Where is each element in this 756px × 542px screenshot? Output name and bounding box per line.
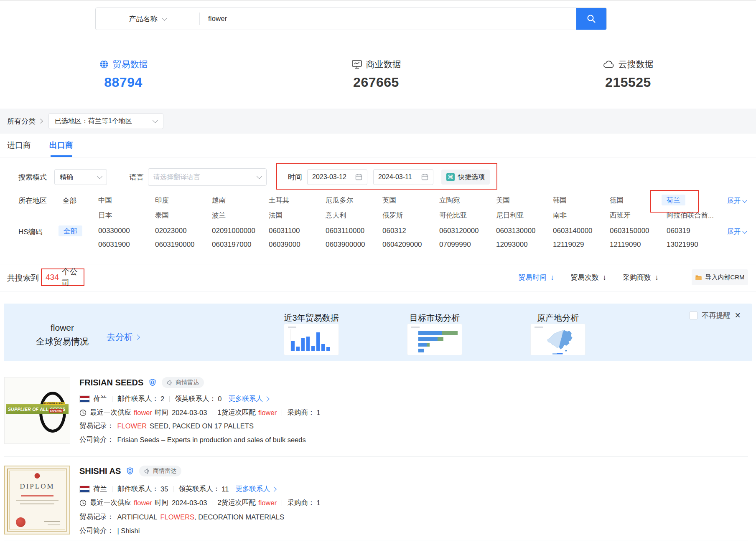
hs-code-option[interactable]: 06031100 <box>269 227 326 235</box>
hs-code-option[interactable]: 0603150000 <box>610 227 667 235</box>
region-all-option[interactable]: 全部 <box>63 196 76 205</box>
hs-code-option[interactable]: 07099990 <box>439 241 496 249</box>
stat-trade-data[interactable]: 贸易数据 88794 <box>69 58 178 90</box>
quick-options-button[interactable]: ⌘ 快捷选项 <box>441 170 490 185</box>
search-button[interactable] <box>576 8 606 30</box>
radar-badge[interactable]: 商情雷达 <box>162 377 204 388</box>
search-category-select[interactable]: 产品名称 <box>96 8 199 30</box>
stat-business-data[interactable]: 商业数据 267665 <box>322 58 430 90</box>
netherlands-flag-icon <box>79 395 90 403</box>
tab-exporter[interactable]: 出口商 <box>49 134 73 157</box>
region-option[interactable]: 哥伦比亚 <box>439 211 496 219</box>
hs-code-option[interactable]: 12119090 <box>610 241 667 249</box>
sort-trade-count[interactable]: 贸易次数 ↓ <box>570 273 606 282</box>
region-option[interactable]: 西班牙 <box>610 211 667 219</box>
region-option[interactable]: 英国 <box>382 196 439 205</box>
region-option[interactable]: 俄罗斯 <box>382 211 439 219</box>
hs-code-option[interactable]: 12093000 <box>496 241 553 249</box>
hs-code-option[interactable]: 060312 <box>382 227 439 235</box>
more-contacts-link[interactable]: 更多联系人 <box>236 484 276 494</box>
hs-code-option[interactable]: 060319 <box>667 227 723 235</box>
hs-code-option[interactable]: 0603197000 <box>212 241 269 249</box>
region-option[interactable]: 尼日利亚 <box>496 211 553 219</box>
region-option[interactable]: 越南 <box>212 196 269 205</box>
region-option[interactable]: 南非 <box>553 211 610 219</box>
hs-code-option[interactable]: 0603120000 <box>439 227 496 235</box>
chevron-right-icon <box>271 486 277 492</box>
more-contacts-link[interactable]: 更多联系人 <box>228 394 269 403</box>
search-input[interactable] <box>200 8 576 30</box>
hs-expand-link[interactable]: 展开 <box>727 228 746 236</box>
import-crm-button[interactable]: 导入内部CRM <box>692 269 748 285</box>
trade-trend-chart-thumbnail[interactable] <box>284 324 339 355</box>
hs-code-option[interactable]: 02091000000 <box>212 227 269 235</box>
hs-code-option[interactable]: 06039000 <box>269 241 326 249</box>
radar-badge[interactable]: 商情雷达 <box>139 466 181 476</box>
region-option[interactable]: 韩国 <box>553 196 610 205</box>
clock-icon <box>79 499 87 507</box>
stat-cloud-data[interactable]: 云搜数据 215525 <box>574 58 682 90</box>
results-count-annotation: 434 个公司 <box>41 268 84 286</box>
megaphone-icon <box>167 380 173 386</box>
origin-map-thumbnail[interactable] <box>530 324 585 355</box>
selected-region-select[interactable]: 已选地区：荷兰等1个地区 <box>48 113 163 129</box>
calendar-icon <box>421 174 428 180</box>
hs-code-option[interactable]: 0604209000 <box>382 241 439 249</box>
hs-code-option[interactable]: 00330000 <box>98 227 155 235</box>
divider <box>0 264 756 264</box>
region-option[interactable]: 立陶宛 <box>439 196 496 205</box>
search-category-label: 产品名称 <box>129 14 158 24</box>
go-analyze-link[interactable]: 去分析 <box>107 331 139 343</box>
sort-buyer-count[interactable]: 采购商数 ↓ <box>623 273 659 282</box>
region-option[interactable]: 法国 <box>269 211 326 219</box>
region-option[interactable]: 印度 <box>155 196 212 205</box>
region-option[interactable]: 阿拉伯联合酋... <box>667 211 723 219</box>
region-option[interactable]: 中国 <box>98 196 155 205</box>
sort-trade-count-label: 贸易次数 <box>570 273 599 282</box>
hs-code-option[interactable]: 12119029 <box>553 241 610 249</box>
hs-code-option[interactable]: 0603140000 <box>553 227 610 235</box>
hs-code-option[interactable]: 13021990 <box>667 241 723 249</box>
hs-code-option[interactable]: 0603190000 <box>155 241 212 249</box>
logo-tag: FLOWER BLEND <box>43 402 65 405</box>
company-card: DIPLOM SHISHI AS 商情雷达 荷兰 <box>0 466 756 542</box>
logo-tag: EXPERTS <box>49 409 63 413</box>
hs-code-option[interactable]: 06031900 <box>98 241 155 249</box>
company-logo[interactable]: DIPLOM <box>4 466 70 534</box>
supply-time-label: 时间 <box>155 498 168 507</box>
region-option[interactable]: 厄瓜多尔 <box>326 196 382 205</box>
search-mode-select[interactable]: 精确 <box>54 169 107 185</box>
region-option-selected[interactable]: 荷兰 <box>667 196 723 205</box>
date-from-input[interactable]: 2023-03-12 <box>307 169 367 185</box>
region-option[interactable]: 波兰 <box>212 211 269 219</box>
target-market-chart-thumbnail[interactable] <box>407 324 462 355</box>
clock-icon <box>79 409 87 416</box>
region-option[interactable]: 日本 <box>98 211 155 219</box>
hs-code-option[interactable]: 02023000 <box>155 227 212 235</box>
breadcrumb[interactable]: 所有分类 <box>7 117 42 126</box>
region-option[interactable]: 美国 <box>496 196 553 205</box>
region-option[interactable]: 德国 <box>610 196 667 205</box>
hs-code-option[interactable]: 0603130000 <box>496 227 553 235</box>
region-option[interactable]: 土耳其 <box>269 196 326 205</box>
sort-trade-time[interactable]: 贸易时间 ↓ <box>518 273 554 282</box>
company-name[interactable]: SHISHI AS <box>79 466 121 476</box>
company-logo[interactable]: SUPPLIER OF ALL SEEDS FLOWER BLEND EXPER… <box>4 377 70 444</box>
company-name[interactable]: FRISIAN SEEDS <box>79 378 143 388</box>
dont-remind-checkbox[interactable] <box>690 312 697 319</box>
company-profile-label: 公司简介： <box>79 526 114 535</box>
region-option-netherlands[interactable]: 荷兰 <box>662 195 685 205</box>
region-option[interactable]: 泰国 <box>155 211 212 219</box>
tab-importer[interactable]: 进口商 <box>7 134 31 157</box>
region-option[interactable]: 意大利 <box>326 211 382 219</box>
region-filter-label: 所在地区 <box>18 197 47 205</box>
date-to-input[interactable]: 2024-03-11 <box>373 169 433 185</box>
hs-code-option[interactable]: 0603110000 <box>326 227 382 235</box>
language-select[interactable]: 请选择翻译语言 <box>148 168 267 186</box>
close-icon[interactable]: × <box>735 311 741 320</box>
region-expand-link[interactable]: 展开 <box>727 197 746 205</box>
results-count-unit: 个公司 <box>62 266 84 288</box>
hs-code-option[interactable]: 0603900000 <box>326 241 382 249</box>
chart-caption-bar <box>411 327 420 328</box>
hs-all-option[interactable]: 全部 <box>59 225 82 236</box>
